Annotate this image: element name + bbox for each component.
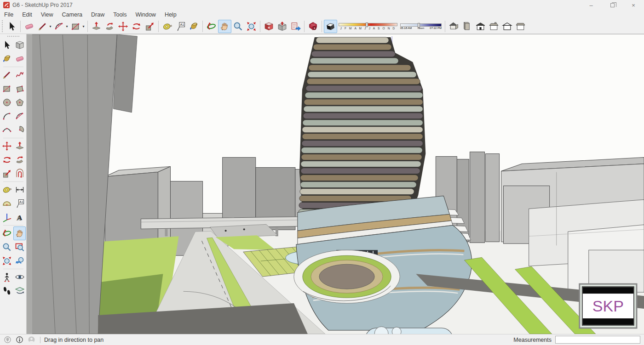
geolocation-icon[interactable] xyxy=(4,336,12,344)
claim-credit-icon[interactable] xyxy=(16,336,23,344)
position-camera-tool-button[interactable] xyxy=(0,270,13,284)
freehand-tool-button[interactable] xyxy=(13,68,26,82)
move-tool-button[interactable] xyxy=(116,20,130,33)
dimension-tool-button[interactable] xyxy=(13,183,26,197)
orbit-tool-button[interactable] xyxy=(0,226,13,240)
arc-tool-button[interactable] xyxy=(52,20,66,33)
zoom-extents-button[interactable] xyxy=(245,20,258,33)
select-tool-button[interactable] xyxy=(5,20,18,33)
circle-tool-button[interactable] xyxy=(0,96,13,109)
component-icon xyxy=(15,40,25,50)
zoom-icon xyxy=(2,242,12,252)
rotated-rectangle-tool-button[interactable] xyxy=(13,82,26,96)
toggle-shadows-button[interactable] xyxy=(324,20,337,33)
rotate-tool-button[interactable] xyxy=(0,153,13,167)
orbit-tool-button[interactable] xyxy=(205,20,218,33)
eraser-tool-button[interactable] xyxy=(13,52,26,66)
get-models-button[interactable] xyxy=(262,20,276,33)
section-plane-tool-button[interactable] xyxy=(13,284,26,298)
line-tool-button[interactable] xyxy=(36,20,49,33)
zoom-tool-button[interactable] xyxy=(231,20,245,33)
move-tool-button[interactable] xyxy=(0,139,13,153)
back-view-icon xyxy=(502,21,512,32)
menu-view[interactable]: View xyxy=(41,11,53,18)
push-pull-tool-button[interactable] xyxy=(90,20,103,33)
menu-help[interactable]: Help xyxy=(165,11,177,18)
view-left-button[interactable] xyxy=(514,20,527,33)
view-back-button[interactable] xyxy=(500,20,514,33)
text-tool-button[interactable] xyxy=(174,20,187,33)
eraser-tool-button[interactable] xyxy=(23,20,36,33)
zoom-tool-button[interactable] xyxy=(0,240,13,254)
paint-bucket-icon xyxy=(189,21,199,32)
paint-bucket-tool-button[interactable] xyxy=(0,52,13,66)
menu-window[interactable]: Window xyxy=(135,11,155,18)
pan-tool-button[interactable] xyxy=(13,226,26,240)
toolbar-drag-handle[interactable] xyxy=(2,20,4,32)
text-tool-button[interactable] xyxy=(13,197,26,210)
3d-text-tool-button[interactable] xyxy=(13,210,26,224)
restore-button[interactable] xyxy=(602,0,623,10)
scale-tool-button[interactable] xyxy=(143,20,156,33)
time-slider-thumb[interactable] xyxy=(418,23,420,28)
view-iso-button[interactable] xyxy=(447,20,460,33)
model-viewport[interactable]: SKP xyxy=(27,34,644,334)
scale-tool-button[interactable] xyxy=(0,167,13,181)
position-camera-icon xyxy=(2,272,12,282)
date-slider-thumb[interactable] xyxy=(366,23,368,27)
pie-tool-button[interactable] xyxy=(13,123,26,137)
offset-tool-button[interactable] xyxy=(13,167,26,181)
view-front-button[interactable] xyxy=(474,20,487,33)
share-model-button[interactable] xyxy=(276,20,289,33)
follow-me-tool-button[interactable] xyxy=(13,153,26,167)
select-tool-button[interactable] xyxy=(0,38,13,52)
measurements-input[interactable] xyxy=(555,336,640,344)
line-dropdown-arrow[interactable]: ▾ xyxy=(48,24,52,28)
follow-me-tool-button[interactable] xyxy=(103,20,116,33)
push-pull-icon xyxy=(15,141,25,151)
line-tool-button[interactable] xyxy=(0,68,13,82)
toolbar-drag-handle[interactable] xyxy=(7,36,19,37)
look-around-tool-button[interactable] xyxy=(13,270,26,284)
axes-tool-button[interactable] xyxy=(0,210,13,224)
look-around-icon xyxy=(15,272,25,282)
previous-view-button[interactable] xyxy=(13,254,26,268)
paint-bucket-tool-button[interactable] xyxy=(187,20,201,33)
arc-dropdown-arrow[interactable]: ▾ xyxy=(65,24,69,28)
menu-camera[interactable]: Camera xyxy=(62,11,82,18)
sign-in-icon[interactable] xyxy=(28,336,35,344)
zoom-window-tool-button[interactable] xyxy=(13,240,26,254)
rotate-tool-button[interactable] xyxy=(130,20,143,33)
minimize-button[interactable]: – xyxy=(581,0,602,10)
rectangle-tool-button[interactable] xyxy=(0,82,13,96)
view-top-button[interactable] xyxy=(460,20,474,33)
pan-tool-button[interactable] xyxy=(218,20,231,33)
polygon-tool-button[interactable] xyxy=(13,96,26,109)
text-icon xyxy=(15,198,25,209)
push-pull-tool-button[interactable] xyxy=(13,139,26,153)
menu-edit[interactable]: Edit xyxy=(22,11,32,18)
menu-draw[interactable]: Draw xyxy=(91,11,104,18)
protractor-tool-button[interactable] xyxy=(0,197,13,210)
rectangle-tool-button[interactable] xyxy=(69,20,82,33)
time-slider-track[interactable] xyxy=(400,23,442,27)
tape-measure-tool-button[interactable] xyxy=(161,20,174,33)
close-button[interactable]: × xyxy=(623,0,644,10)
arc-tool-button[interactable] xyxy=(0,109,13,123)
menu-file[interactable]: File xyxy=(4,11,13,18)
zoom-extents-button[interactable] xyxy=(0,254,13,268)
rectangle-dropdown-arrow[interactable]: ▾ xyxy=(81,24,86,28)
tape-measure-tool-button[interactable] xyxy=(0,183,13,197)
shadow-date-slider[interactable]: J F M A M J J A S O N D xyxy=(339,23,397,30)
menu-tools[interactable]: Tools xyxy=(113,11,126,18)
date-slider-track[interactable] xyxy=(339,23,397,26)
shadows-icon xyxy=(325,21,336,32)
walk-tool-button[interactable] xyxy=(0,284,13,298)
share-component-button[interactable] xyxy=(289,20,302,33)
extension-warehouse-button[interactable] xyxy=(306,20,320,33)
make-component-button[interactable] xyxy=(13,38,26,52)
view-right-button[interactable] xyxy=(487,20,500,33)
shadow-time-slider[interactable]: 05:18 AM Noon 07:22 PM xyxy=(400,23,442,29)
two-point-arc-tool-button[interactable] xyxy=(13,109,26,123)
three-point-arc-tool-button[interactable] xyxy=(0,123,13,137)
